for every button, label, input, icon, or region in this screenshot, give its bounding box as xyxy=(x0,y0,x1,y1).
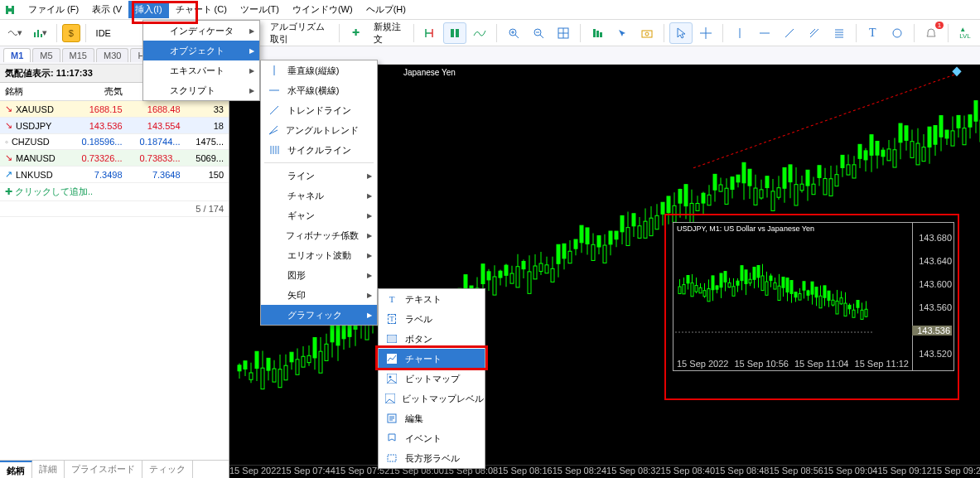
menu-item-ボタン[interactable]: ボタン xyxy=(379,329,485,349)
tb-ide-button[interactable]: IDE xyxy=(91,22,116,44)
menu-item-水平線(横線)[interactable]: 水平線(横線) xyxy=(261,80,377,100)
menu-item-オブジェクト[interactable]: オブジェクト xyxy=(143,41,259,60)
svg-rect-48 xyxy=(319,351,322,373)
svg-rect-338 xyxy=(794,292,797,297)
menu-help[interactable]: ヘルプ(H) xyxy=(360,1,413,18)
tb-autoscroll-icon[interactable] xyxy=(443,22,466,44)
bitmap-icon xyxy=(385,372,398,385)
menu-item-ビットマップレベル[interactable]: ビットマップレベル xyxy=(379,389,485,408)
svg-rect-142 xyxy=(591,244,595,260)
menu-item-ギャン[interactable]: ギャン xyxy=(261,205,377,225)
menu-file[interactable]: ファイル (F) xyxy=(22,1,85,18)
add-symbol-row[interactable]: ✚ クリックして追加.. xyxy=(5,186,224,198)
tf-m1[interactable]: M1 xyxy=(3,48,31,62)
sb-tab-tick[interactable]: ティック xyxy=(142,461,193,478)
tb-indicator-icon[interactable] xyxy=(468,22,491,44)
menu-item-イベント[interactable]: イベント xyxy=(379,428,485,448)
tb-vline-icon[interactable] xyxy=(728,22,751,44)
svg-rect-314 xyxy=(745,270,747,284)
tb-zoom-in-icon[interactable] xyxy=(502,22,525,44)
tb-line-style-icon[interactable]: ▾ xyxy=(3,22,27,44)
svg-rect-336 xyxy=(790,281,793,294)
menu-item-ビットマップ[interactable]: ビットマップ xyxy=(379,369,485,389)
tb-trendline-icon[interactable] xyxy=(778,22,801,44)
tb-text-icon[interactable]: T xyxy=(861,22,884,44)
menu-item-エキスパート[interactable]: エキスパート xyxy=(143,60,259,80)
svg-rect-106 xyxy=(487,272,490,280)
sb-tab-symbols[interactable]: 銘柄 xyxy=(0,461,32,478)
svg-rect-126 xyxy=(545,265,548,273)
menu-item-エリオット波動[interactable]: エリオット波動 xyxy=(261,245,377,265)
menu-item-垂直線(縦線)[interactable]: 垂直線(縦線) xyxy=(261,60,377,80)
menu-item-フィボナッチ係数[interactable]: フィボナッチ係数 xyxy=(261,225,377,245)
tline-icon xyxy=(268,104,281,117)
market-watch-tabs: 銘柄 詳細 プライスボード ティック xyxy=(0,460,229,478)
col-bid[interactable]: 売気 xyxy=(70,83,128,101)
menu-item-ラベル[interactable]: Tラベル xyxy=(379,309,485,329)
tb-equi-icon[interactable] xyxy=(803,22,826,44)
tb-new-order-button[interactable]: 新規注文 xyxy=(369,22,408,44)
tb-object-icon[interactable] xyxy=(886,22,909,44)
tb-new-order-icon[interactable]: ✚ xyxy=(344,22,367,44)
table-row[interactable]: ↘USDJPY143.536143.55418 xyxy=(0,118,229,134)
menu-item-インディケータ[interactable]: インディケータ xyxy=(143,21,259,41)
tb-hline-icon[interactable] xyxy=(753,22,776,44)
tb-crosshair-icon[interactable] xyxy=(694,22,717,44)
tf-m15[interactable]: M15 xyxy=(62,48,94,62)
menu-item-サイクルライン[interactable]: サイクルライン xyxy=(261,140,377,160)
menu-insert[interactable]: 挿入(I) xyxy=(128,1,168,18)
mini-chart[interactable]: USDJPY, M1: US Dollar vs Japanese Yen 15… xyxy=(673,222,913,371)
menu-window[interactable]: ウインドウ(W) xyxy=(286,1,360,18)
menu-item-長方形ラベル[interactable]: 長方形ラベル xyxy=(379,448,485,468)
tf-m30[interactable]: M30 xyxy=(96,48,128,62)
tb-chart-style-icon[interactable]: ▾ xyxy=(28,22,51,44)
table-row[interactable]: ↘XAUUSD1688.151688.4833 xyxy=(0,101,229,118)
tb-fibo-icon[interactable] xyxy=(828,22,851,44)
menu-item-グラフィック[interactable]: グラフィック xyxy=(261,305,377,325)
menu-tools[interactable]: ツール(T) xyxy=(234,1,286,18)
menu-item-スクリプト[interactable]: スクリプト xyxy=(143,80,259,100)
tb-cursor-icon[interactable] xyxy=(669,22,693,44)
svg-rect-368 xyxy=(857,301,859,308)
tb-algo-button[interactable]: アルゴリズム取引 xyxy=(265,22,334,44)
tb-dollar-icon[interactable]: $ xyxy=(62,24,80,42)
sb-tab-details[interactable]: 詳細 xyxy=(32,461,65,478)
menu-chart[interactable]: チャート (C) xyxy=(169,1,234,18)
svg-rect-228 xyxy=(841,155,844,167)
menu-item-チャネル[interactable]: チャネル xyxy=(261,186,377,205)
svg-rect-26 xyxy=(255,351,258,368)
sb-tab-priceboard[interactable]: プライスボード xyxy=(65,461,142,478)
tb-camera-icon[interactable] xyxy=(635,22,659,44)
menu-item-チャート[interactable]: チャート xyxy=(379,349,485,369)
table-row[interactable]: ↘MANUSD0.73326...0.73833...5069... xyxy=(0,150,229,167)
svg-rect-306 xyxy=(728,282,731,287)
menu-item-編集[interactable]: 編集 xyxy=(379,408,485,428)
svg-rect-348 xyxy=(815,287,818,297)
tb-grid-icon[interactable] xyxy=(552,22,575,44)
blank-icon xyxy=(268,169,281,182)
table-row[interactable]: ◦CHZUSD0.18596...0.18744...1475... xyxy=(0,134,229,150)
tb-alert-icon[interactable]: 1 xyxy=(920,22,943,44)
menu-item-矢印[interactable]: 矢印 xyxy=(261,285,377,305)
tf-m5[interactable]: M5 xyxy=(32,48,60,62)
menu-item-図形[interactable]: 図形 xyxy=(261,265,377,285)
tb-shift-icon[interactable] xyxy=(418,22,442,44)
menu-item-アングルトレンド[interactable]: アングルトレンド xyxy=(261,120,377,140)
tb-oneclick-icon[interactable] xyxy=(611,22,634,44)
tb-depth-icon[interactable] xyxy=(586,22,609,44)
table-row[interactable]: ↗LNKUSD7.34987.3648150 xyxy=(0,167,229,183)
tb-lvl-icon[interactable]: ▲LVL xyxy=(953,22,977,44)
menu-item-トレンドライン[interactable]: トレンドライン xyxy=(261,100,377,120)
svg-rect-138 xyxy=(580,225,583,243)
menu-bar: ファイル (F) 表示 (V 挿入(I) チャート (C) ツール(T) ウイン… xyxy=(0,0,980,20)
col-symbol[interactable]: 銘柄 xyxy=(0,83,70,101)
tb-zoom-out-icon[interactable] xyxy=(527,22,550,44)
svg-rect-110 xyxy=(499,271,502,278)
svg-rect-196 xyxy=(748,169,751,186)
menu-item-テキスト[interactable]: Tテキスト xyxy=(379,289,485,309)
svg-rect-182 xyxy=(707,195,711,205)
menu-view[interactable]: 表示 (V xyxy=(85,1,128,18)
svg-rect-198 xyxy=(754,188,757,205)
svg-rect-152 xyxy=(620,215,624,231)
menu-item-ライン[interactable]: ライン xyxy=(261,166,377,186)
